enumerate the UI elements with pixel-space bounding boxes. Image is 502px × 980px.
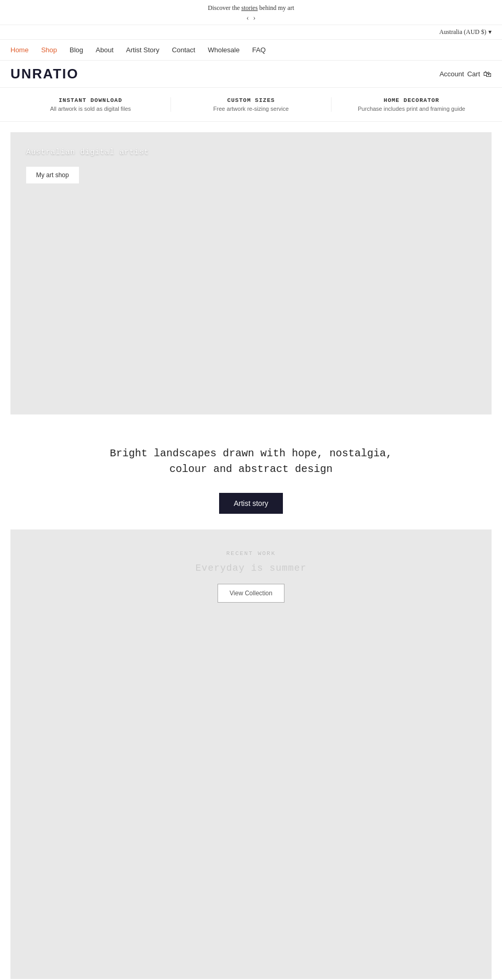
hero-tagline: Australian digital artist — [26, 148, 476, 156]
site-logo[interactable]: UNRATIO — [10, 66, 79, 82]
account-cart[interactable]: Account Cart 🛍 — [439, 70, 492, 79]
main-nav: Home Shop Blog About Artist Story Contac… — [0, 40, 502, 61]
logo-bar: UNRATIO Account Cart 🛍 — [0, 61, 502, 88]
announcement-nav: ‹ › — [0, 14, 502, 22]
hero-cta-button[interactable]: My art shop — [26, 167, 79, 183]
feature-instant-download: INSTANT DOWNLOAD All artwork is sold as … — [10, 97, 170, 112]
account-label[interactable]: Account — [439, 70, 464, 78]
stories-link[interactable]: stories — [241, 4, 257, 11]
feature-desc-3: Purchase includes print and framing guid… — [332, 106, 492, 112]
next-announcement-btn[interactable]: › — [253, 14, 256, 22]
tagline-section: Bright landscapes drawn with hope, nosta… — [0, 425, 502, 529]
prev-announcement-btn[interactable]: ‹ — [246, 14, 249, 22]
feature-custom-sizes: CUSTOM SIZES Free artwork re-sizing serv… — [171, 97, 331, 112]
cart-icon[interactable]: 🛍 — [483, 70, 492, 79]
hero-banner: Australian digital artist My art shop — [10, 132, 492, 414]
collection-banner: Recent Work Everyday is summer View Coll… — [10, 529, 492, 979]
collection-title: Everyday is summer — [196, 563, 306, 573]
nav-item-about[interactable]: About — [96, 46, 113, 54]
artist-story-button[interactable]: Artist story — [219, 493, 283, 514]
nav-item-shop[interactable]: Shop — [41, 46, 57, 54]
nav-item-blog[interactable]: Blog — [70, 46, 83, 54]
feature-title-3: HOME DECORATOR — [332, 97, 492, 103]
top-bar: Australia (AUD $) ▾ — [0, 25, 502, 40]
feature-desc-2: Free artwork re-sizing service — [171, 106, 331, 112]
announcement-bar: Discover the stories behind my art ‹ › — [0, 0, 502, 25]
cart-label[interactable]: Cart — [467, 70, 480, 78]
collection-label: Recent Work — [226, 550, 276, 557]
feature-title-1: INSTANT DOWNLOAD — [10, 97, 170, 103]
feature-title-2: CUSTOM SIZES — [171, 97, 331, 103]
nav-item-faq[interactable]: FAQ — [252, 46, 266, 54]
feature-home-decorator: HOME DECORATOR Purchase includes print a… — [332, 97, 492, 112]
announcement-text: Discover the stories behind my art — [208, 4, 294, 11]
nav-item-contact[interactable]: Contact — [172, 46, 196, 54]
view-collection-button[interactable]: View Collection — [218, 584, 284, 603]
tagline-text: Bright landscapes drawn with hope, nosta… — [10, 446, 492, 477]
nav-item-artist-story[interactable]: Artist Story — [126, 46, 159, 54]
currency-dropdown-icon: ▾ — [488, 28, 492, 36]
nav-item-wholesale[interactable]: Wholesale — [208, 46, 239, 54]
currency-label: Australia (AUD $) — [439, 28, 486, 36]
features-strip: INSTANT DOWNLOAD All artwork is sold as … — [0, 88, 502, 122]
nav-item-home[interactable]: Home — [10, 46, 29, 54]
currency-selector[interactable]: Australia (AUD $) ▾ — [439, 28, 492, 36]
feature-desc-1: All artwork is sold as digital files — [10, 106, 170, 112]
